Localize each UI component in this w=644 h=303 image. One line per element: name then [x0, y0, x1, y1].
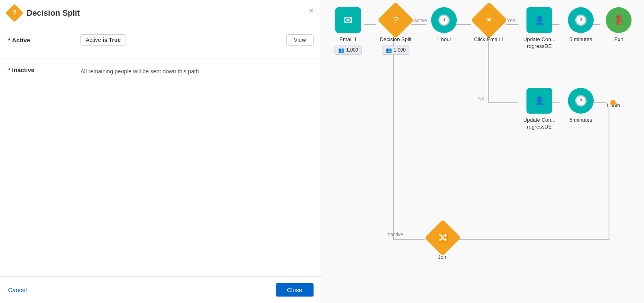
- decision-split-node[interactable]: ? Decision Split 👥 1,000: [378, 7, 414, 55]
- inactive-field-row: *Inactive All remaining people will be s…: [0, 58, 322, 91]
- email-icon: ✉: [335, 7, 361, 33]
- 1hour-label: 1 hour: [437, 36, 452, 43]
- inactive-description: All remaining people will be sent down t…: [80, 66, 199, 75]
- active-field-row: *Active Active is True View: [0, 26, 322, 58]
- exit-label: Exit: [614, 36, 623, 43]
- clock-icon-5min-bottom: 🕐: [568, 88, 594, 114]
- update-contact-icon-bottom: 👤: [526, 88, 552, 114]
- condition-badge: Active is True: [80, 34, 126, 46]
- 1hour-node[interactable]: 🕐 1 hour: [426, 7, 462, 43]
- active-label: *Active: [8, 34, 80, 44]
- inactive-label: *Inactive: [8, 66, 80, 73]
- dialog-body: *Active Active is True View *Inactive Al…: [0, 26, 322, 276]
- join-icon: 🔀: [425, 220, 461, 256]
- clock-icon-5min-top: 🕐: [568, 7, 594, 33]
- close-icon[interactable]: ×: [309, 6, 314, 15]
- 5min-bottom-label: 5 minutes: [570, 117, 592, 124]
- exit-node[interactable]: 🚪 Exit: [601, 7, 637, 43]
- email1-badge: 👥 1,000: [334, 46, 362, 55]
- 5min-top-label: 5 minutes: [570, 36, 592, 43]
- join-node[interactable]: 🔀 Join: [425, 225, 461, 261]
- email1-label: Email 1: [339, 36, 357, 43]
- update-con-top-label: Update Con...rogressDE: [523, 36, 555, 50]
- click-email1-icon: ✴: [471, 2, 508, 39]
- update-con-bottom-node[interactable]: 👤 Update Con...rogressDE: [519, 88, 559, 131]
- yes-path-label: Yes: [507, 18, 515, 23]
- update-contact-icon-top: 👤: [526, 7, 552, 33]
- dialog-title: Decision Split: [27, 8, 80, 18]
- decision-split-badge: 👥 1,000: [382, 46, 409, 55]
- click-email1-node[interactable]: ✴ Click Email 1: [471, 7, 507, 43]
- 5min-bottom-node[interactable]: 🕐 5 minutes: [563, 88, 599, 124]
- decision-split-icon: ?: [5, 4, 23, 22]
- view-button[interactable]: View: [286, 34, 314, 46]
- cancel-button[interactable]: Cancel: [8, 286, 27, 293]
- update-con-top-node[interactable]: 👤 Update Con...rogressDE: [519, 7, 559, 50]
- active-field-content: Active is True View: [80, 34, 314, 46]
- 1join-node: 1 Join: [606, 100, 620, 109]
- canvas-panel: ✉ Email 1 👥 1,000 ? Decision Split 👥 1,0…: [322, 0, 644, 303]
- dialog-header: ? Decision Split ×: [0, 0, 322, 26]
- update-con-bottom-label: Update Con...rogressDE: [523, 117, 555, 131]
- active-path-label: Active: [414, 18, 427, 23]
- decision-split-diamond-icon: ?: [378, 2, 414, 39]
- exit-icon: 🚪: [606, 7, 632, 33]
- 5min-top-node[interactable]: 🕐 5 minutes: [563, 7, 599, 43]
- inactive-field-content: All remaining people will be sent down t…: [80, 66, 314, 75]
- inactive-path-label: Inactive: [386, 232, 403, 237]
- clock-icon-1hour: 🕐: [431, 7, 457, 33]
- dialog-panel: ? Decision Split × *Active Active is Tru…: [0, 0, 322, 303]
- connector-lines: [322, 0, 644, 303]
- dialog-footer: Cancel Close: [0, 276, 322, 303]
- no-path-label: No: [478, 96, 484, 102]
- close-button[interactable]: Close: [276, 283, 314, 297]
- email1-node[interactable]: ✉ Email 1 👥 1,000: [330, 7, 366, 55]
